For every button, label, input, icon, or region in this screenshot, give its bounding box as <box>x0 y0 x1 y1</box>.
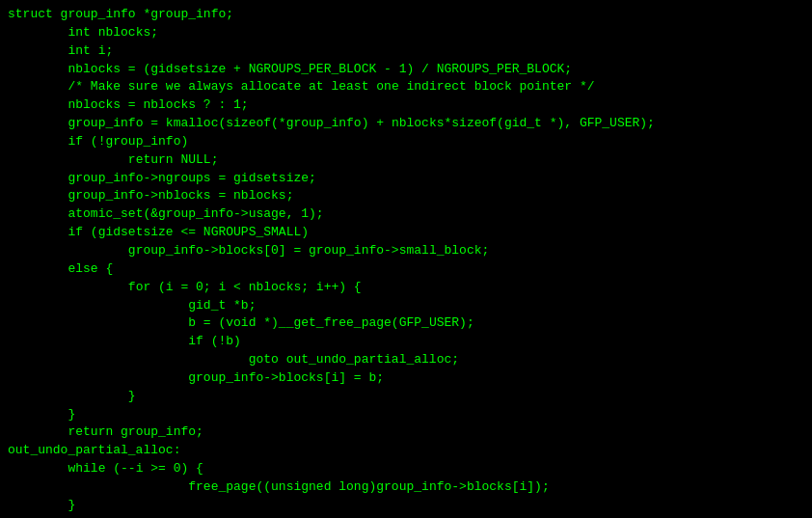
code-display: struct group_info *group_info; int nbloc… <box>0 0 812 518</box>
code-line: group_info->nblocks = nblocks; <box>8 187 804 205</box>
code-line: group_info->blocks[i] = b; <box>8 369 804 388</box>
code-line: struct group_info *group_info; <box>8 6 804 24</box>
code-line: if (!group_info) <box>8 133 804 151</box>
code-line: b = (void *)__get_free_page(GFP_USER); <box>8 314 804 333</box>
code-line: group_info->ngroups = gidsetsize; <box>8 170 804 188</box>
code-line: while (--i >= 0) { <box>8 460 804 478</box>
code-line: return NULL; <box>8 151 804 170</box>
code-line: kfree(group_info); <box>8 515 804 518</box>
code-line: free_page((unsigned long)group_info->blo… <box>8 478 804 497</box>
code-line: if (!b) <box>8 333 804 351</box>
code-line: else { <box>8 260 804 279</box>
code-line: int nblocks; <box>8 24 804 42</box>
code-line: for (i = 0; i < nblocks; i++) { <box>8 279 804 297</box>
code-line: } <box>8 497 804 515</box>
code-line: int i; <box>8 42 804 61</box>
code-line: if (gidsetsize <= NGROUPS_SMALL) <box>8 224 804 242</box>
code-line: nblocks = (gidsetsize + NGROUPS_PER_BLOC… <box>8 61 804 79</box>
code-line: } <box>8 406 804 424</box>
code-line: group_info = kmalloc(sizeof(*group_info)… <box>8 115 804 133</box>
code-line: nblocks = nblocks ? : 1; <box>8 96 804 115</box>
code-line: goto out_undo_partial_alloc; <box>8 351 804 369</box>
code-line: out_undo_partial_alloc: <box>8 442 804 460</box>
code-line: return group_info; <box>8 423 804 442</box>
code-line: gid_t *b; <box>8 297 804 315</box>
code-line: /* Make sure we always allocate at least… <box>8 78 804 96</box>
code-line: group_info->blocks[0] = group_info->smal… <box>8 242 804 260</box>
code-line: atomic_set(&group_info->usage, 1); <box>8 205 804 224</box>
code-line: } <box>8 388 804 406</box>
